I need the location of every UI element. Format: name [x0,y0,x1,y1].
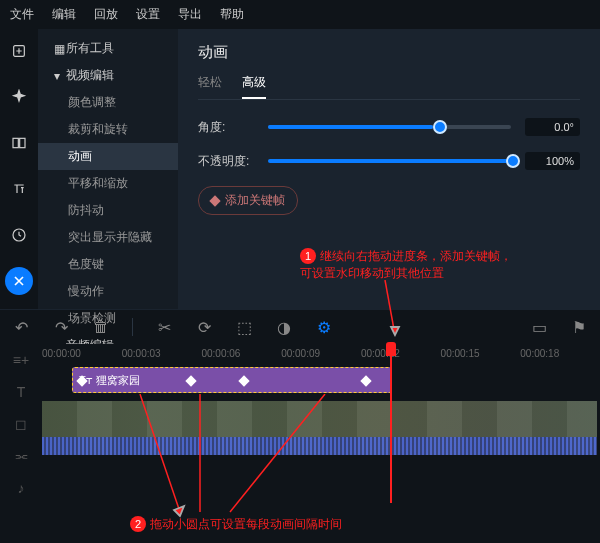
tools-sidebar: ▦所有工具 ▾视频编辑 颜色调整 裁剪和旋转 动画 平移和缩放 防抖动 突出显示… [38,29,178,309]
text-track[interactable]: Tᴛ 狸窝家园 [42,367,600,397]
panel-title: 动画 [198,43,580,62]
panel-tabs: 轻松 高级 [198,74,580,100]
playhead[interactable] [390,344,392,503]
rotate-button[interactable]: ⟳ [195,318,213,336]
cut-button[interactable]: ✂ [155,318,173,336]
sidebar-video-edit[interactable]: ▾视频编辑 [38,62,178,89]
snap-button[interactable]: ▭ [530,318,548,336]
clock-button[interactable] [5,221,33,249]
add-track-button[interactable]: ≡+ [13,352,29,368]
audio-waveform [42,437,597,455]
menu-bar: 文件 编辑 回放 设置 导出 帮助 [0,0,600,29]
opacity-value[interactable]: 100% [525,152,580,170]
opacity-control: 不透明度: 100% [198,152,580,170]
angle-slider[interactable] [268,125,511,129]
sidebar-item-stabilize[interactable]: 防抖动 [38,197,178,224]
text-track-icon[interactable]: T [17,384,26,400]
angle-label: 角度: [198,119,268,136]
menu-edit[interactable]: 编辑 [52,6,76,23]
text-clip[interactable]: Tᴛ 狸窝家园 [72,367,392,393]
svg-marker-9 [174,506,184,516]
sidebar-item-highlight[interactable]: 突出显示并隐藏 [38,224,178,251]
video-track-icon[interactable]: ◻ [15,416,27,432]
menu-settings[interactable]: 设置 [136,6,160,23]
video-clip[interactable] [42,401,597,455]
sidebar-all-tools[interactable]: ▦所有工具 [38,35,178,62]
menu-export[interactable]: 导出 [178,6,202,23]
color-tool-button[interactable]: ◑ [275,318,293,336]
properties-panel: 动画 轻松 高级 角度: 0.0° 不透明度: 100% 添加关键帧 [178,29,600,309]
sidebar-item-slowmo[interactable]: 慢动作 [38,278,178,305]
sidebar-item-crop[interactable]: 裁剪和旋转 [38,116,178,143]
audio-track-icon[interactable]: ♪ [18,480,25,496]
menu-file[interactable]: 文件 [10,6,34,23]
marker-button[interactable]: ⚑ [570,318,588,336]
add-media-button[interactable] [5,37,33,65]
annotation-2: 2拖动小圆点可设置每段动画间隔时间 [130,516,342,533]
sidebar-item-chroma[interactable]: 色度键 [38,251,178,278]
opacity-label: 不透明度: [198,153,268,170]
menu-help[interactable]: 帮助 [220,6,244,23]
video-track[interactable] [42,401,600,461]
sidebar-item-color[interactable]: 颜色调整 [38,89,178,116]
menu-playback[interactable]: 回放 [94,6,118,23]
link-track-icon[interactable]: ⫘ [14,448,28,464]
time-ruler[interactable]: 00:00:00 00:00:03 00:00:06 00:00:09 00:0… [42,344,600,363]
angle-value[interactable]: 0.0° [525,118,580,136]
svg-rect-2 [20,138,25,147]
sidebar-item-animation[interactable]: 动画 [38,143,178,170]
track-rail: ≡+ T ◻ ⫘ ♪ [0,344,42,543]
opacity-slider[interactable] [268,159,511,163]
filters-button[interactable] [5,83,33,111]
add-keyframe-button[interactable]: 添加关键帧 [198,186,298,215]
timeline: ≡+ T ◻ ⫘ ♪ 00:00:00 00:00:03 00:00:06 00… [0,344,600,543]
angle-control: 角度: 0.0° [198,118,580,136]
diamond-icon [209,195,220,206]
adjust-tool-button[interactable]: ⚙ [315,318,333,336]
delete-button[interactable]: 🗑 [92,318,110,336]
tab-advanced[interactable]: 高级 [242,74,266,99]
redo-button[interactable]: ↷ [52,318,70,336]
transitions-button[interactable] [5,129,33,157]
crop-tool-button[interactable]: ⬚ [235,318,253,336]
more-tools-button[interactable] [5,267,33,295]
svg-rect-1 [13,138,18,147]
text-button[interactable] [5,175,33,203]
sidebar-item-panzoom[interactable]: 平移和缩放 [38,170,178,197]
tab-easy[interactable]: 轻松 [198,74,222,99]
tool-rail [0,29,38,309]
undo-button[interactable]: ↶ [12,318,30,336]
